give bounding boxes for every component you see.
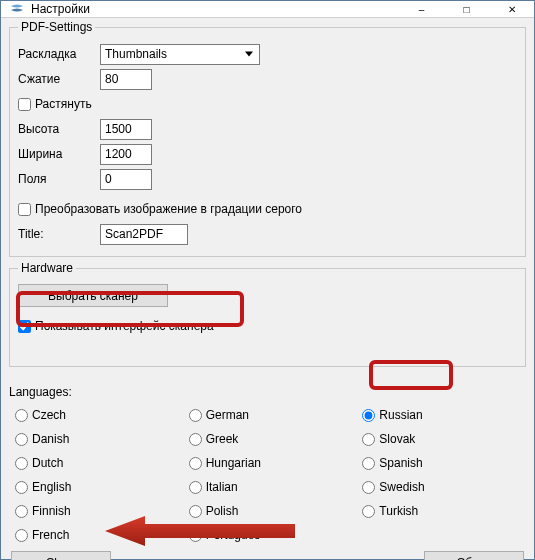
lang-russian[interactable]: Russian xyxy=(362,403,526,427)
compression-label: Сжатие xyxy=(18,72,100,86)
show-scanner-ui-checkbox[interactable] xyxy=(18,320,31,333)
grayscale-checkbox-row[interactable]: Преобразовать изображение в градации сер… xyxy=(18,202,302,216)
hardware-group: Hardware Выбрать сканер Показывать интер… xyxy=(9,261,526,367)
lang-english[interactable]: English xyxy=(15,475,179,499)
show-scanner-ui-row[interactable]: Показывать интерфейс сканера xyxy=(18,319,214,333)
client-area: PDF-Settings Раскладка Thumbnails Сжатие… xyxy=(1,18,534,560)
margins-input[interactable] xyxy=(100,169,152,190)
window-controls: – □ ✕ xyxy=(399,1,534,17)
show-scanner-ui-label: Показывать интерфейс сканера xyxy=(35,319,214,333)
pdf-settings-legend: PDF-Settings xyxy=(18,20,95,34)
lang-spanish[interactable]: Spanish xyxy=(362,451,526,475)
layout-value: Thumbnails xyxy=(105,47,167,61)
hardware-legend: Hardware xyxy=(18,261,76,275)
lang-danish[interactable]: Danish xyxy=(15,427,179,451)
layout-select[interactable]: Thumbnails xyxy=(100,44,260,65)
languages-grid: Czech Danish Dutch English Finnish Frenc… xyxy=(9,403,526,547)
width-input[interactable] xyxy=(100,144,152,165)
lang-swedish[interactable]: Swedish xyxy=(362,475,526,499)
close-button[interactable]: Close xyxy=(11,551,111,560)
titlebar: Настройки – □ ✕ xyxy=(1,1,534,18)
lang-greek[interactable]: Greek xyxy=(189,427,353,451)
maximize-button[interactable]: □ xyxy=(444,1,489,17)
bottom-bar: Close Сброс xyxy=(9,547,526,560)
lang-portugues[interactable]: Portugues xyxy=(189,523,353,547)
lang-polish[interactable]: Polish xyxy=(189,499,353,523)
select-scanner-button[interactable]: Выбрать сканер xyxy=(18,284,168,307)
stretch-checkbox[interactable] xyxy=(18,98,31,111)
title-label: Title: xyxy=(18,227,100,241)
lang-dutch[interactable]: Dutch xyxy=(15,451,179,475)
lang-hungarian[interactable]: Hungarian xyxy=(189,451,353,475)
lang-german[interactable]: German xyxy=(189,403,353,427)
stretch-checkbox-row[interactable]: Растянуть xyxy=(18,97,92,111)
languages-label: Languages: xyxy=(9,385,526,399)
compression-input[interactable] xyxy=(100,69,152,90)
close-window-button[interactable]: ✕ xyxy=(489,1,534,17)
lang-finnish[interactable]: Finnish xyxy=(15,499,179,523)
grayscale-checkbox[interactable] xyxy=(18,203,31,216)
title-input[interactable] xyxy=(100,224,188,245)
lang-slovak[interactable]: Slovak xyxy=(362,427,526,451)
pdf-settings-group: PDF-Settings Раскладка Thumbnails Сжатие… xyxy=(9,20,526,257)
width-label: Ширина xyxy=(18,147,100,161)
lang-turkish[interactable]: Turkish xyxy=(362,499,526,523)
height-label: Высота xyxy=(18,122,100,136)
grayscale-label: Преобразовать изображение в градации сер… xyxy=(35,202,302,216)
lang-french[interactable]: French xyxy=(15,523,179,547)
app-icon xyxy=(9,1,25,17)
margins-label: Поля xyxy=(18,172,100,186)
minimize-button[interactable]: – xyxy=(399,1,444,17)
window-title: Настройки xyxy=(31,2,399,16)
height-input[interactable] xyxy=(100,119,152,140)
lang-italian[interactable]: Italian xyxy=(189,475,353,499)
layout-label: Раскладка xyxy=(18,47,100,61)
stretch-label: Растянуть xyxy=(35,97,92,111)
reset-button[interactable]: Сброс xyxy=(424,551,524,560)
settings-window: Настройки – □ ✕ PDF-Settings Раскладка T… xyxy=(0,0,535,560)
lang-czech[interactable]: Czech xyxy=(15,403,179,427)
